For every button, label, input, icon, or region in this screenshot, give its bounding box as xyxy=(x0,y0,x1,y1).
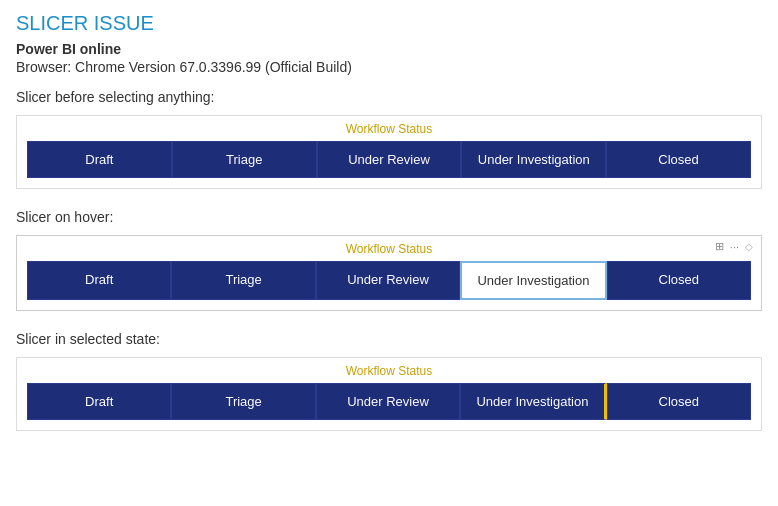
hover-icons: ⊞ ··· ◇ xyxy=(715,240,753,253)
slicer-btn-triage-2[interactable]: Triage xyxy=(171,261,315,300)
slicer-btn-underinvestigation-3[interactable]: Under Investigation xyxy=(460,383,606,420)
slicer-hover: ⊞ ··· ◇ Workflow Status Draft Triage Und… xyxy=(16,235,762,311)
slicer-btn-underinvestigation-2[interactable]: Under Investigation xyxy=(460,261,606,300)
section-label-1: Slicer before selecting anything: xyxy=(16,89,762,105)
slicer-btn-draft-1[interactable]: Draft xyxy=(27,141,172,178)
slicer-btn-draft-2[interactable]: Draft xyxy=(27,261,171,300)
slicer-btn-underreview-3[interactable]: Under Review xyxy=(316,383,460,420)
grid-icon: ⊞ xyxy=(715,240,724,253)
browser-info: Browser: Chrome Version 67.0.3396.99 (Of… xyxy=(16,59,762,75)
product-name: Power BI online xyxy=(16,41,762,57)
workflow-label-1: Workflow Status xyxy=(27,122,751,136)
diamond-icon: ◇ xyxy=(745,241,753,252)
slicer-btn-underreview-1[interactable]: Under Review xyxy=(317,141,462,178)
slicer-btn-closed-1[interactable]: Closed xyxy=(606,141,751,178)
page-title: SLICER ISSUE xyxy=(16,12,762,35)
slicer-normal: Workflow Status Draft Triage Under Revie… xyxy=(16,115,762,189)
slicer-btn-triage-1[interactable]: Triage xyxy=(172,141,317,178)
ellipsis-icon: ··· xyxy=(730,241,739,253)
section-label-3: Slicer in selected state: xyxy=(16,331,762,347)
slicer-buttons-3: Draft Triage Under Review Under Investig… xyxy=(27,383,751,420)
slicer-btn-closed-2[interactable]: Closed xyxy=(607,261,751,300)
slicer-buttons-1: Draft Triage Under Review Under Investig… xyxy=(27,141,751,178)
workflow-label-3: Workflow Status xyxy=(27,364,751,378)
slicer-btn-triage-3[interactable]: Triage xyxy=(171,383,315,420)
slicer-btn-closed-3[interactable]: Closed xyxy=(607,383,751,420)
slicer-selected: Workflow Status Draft Triage Under Revie… xyxy=(16,357,762,431)
section-label-2: Slicer on hover: xyxy=(16,209,762,225)
slicer-btn-underinvestigation-1[interactable]: Under Investigation xyxy=(461,141,606,178)
workflow-label-2: Workflow Status xyxy=(27,242,751,256)
slicer-btn-underreview-2[interactable]: Under Review xyxy=(316,261,460,300)
slicer-buttons-2: Draft Triage Under Review Under Investig… xyxy=(27,261,751,300)
slicer-btn-draft-3[interactable]: Draft xyxy=(27,383,171,420)
